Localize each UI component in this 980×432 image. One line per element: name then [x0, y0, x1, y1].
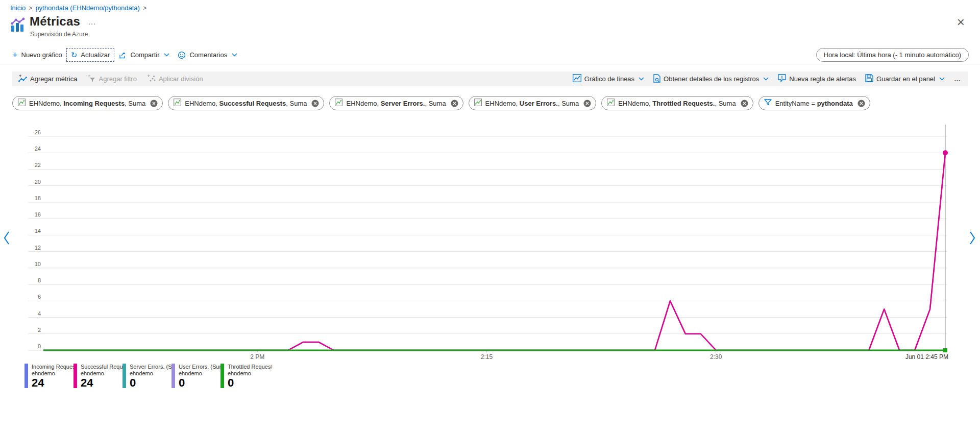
- title-more-button[interactable]: …: [88, 17, 96, 27]
- legend-value: 24: [81, 377, 125, 389]
- breadcrumb-separator: >: [143, 5, 146, 12]
- add-filter-label: Agregar filtro: [99, 75, 136, 83]
- legend-color-bar: [220, 364, 224, 388]
- metric-pill-text: EHNdemo, Incoming Requests, Suma: [29, 100, 145, 107]
- legend-series-name: Throttled Requests. ...: [228, 364, 272, 370]
- breadcrumb-link-inicio[interactable]: Inicio: [10, 4, 26, 12]
- y-axis-label: 14: [35, 228, 41, 234]
- legend-series-name: Successful Requests ...: [81, 364, 125, 370]
- metric-pill[interactable]: EHNdemo, User Errors., Suma: [469, 96, 597, 110]
- save-icon: [865, 74, 873, 84]
- page-subtitle: Supervisión de Azure: [30, 31, 88, 38]
- remove-pill-icon[interactable]: [451, 100, 458, 107]
- y-axis-label: 16: [35, 211, 41, 218]
- add-metric-button[interactable]: Agregar métrica: [18, 75, 77, 84]
- new-alert-rule-label: Nueva regla de alertas: [789, 75, 856, 83]
- apply-split-icon: [147, 75, 156, 84]
- x-axis-label: 2:30: [710, 353, 722, 361]
- y-axis-label: 12: [35, 245, 41, 251]
- legend-value: 0: [130, 377, 174, 389]
- legend-color-bar: [24, 364, 28, 388]
- command-bar: + Nuevo gráfico ↻ Actualizar Compartir C…: [0, 46, 980, 64]
- metric-pill-text: EHNdemo, Server Errors., Suma: [346, 100, 446, 107]
- y-axis-label: 2: [38, 327, 41, 333]
- remove-pill-icon[interactable]: [311, 100, 319, 107]
- legend-item[interactable]: Incoming Requests (S... ehndemo 24: [24, 364, 74, 389]
- metric-pill-text: EHNdemo, User Errors., Suma: [485, 100, 579, 107]
- chart-page-right-chevron[interactable]: [969, 231, 976, 247]
- legend-resource-name: ehndemo: [130, 370, 174, 376]
- pills-row: EHNdemo, Incoming Requests, Suma EHNdemo…: [12, 96, 870, 110]
- filter-pill[interactable]: EntityName = pythondata: [758, 96, 870, 110]
- legend-item[interactable]: Successful Requests ... ehndemo 24: [74, 364, 122, 389]
- legend-item[interactable]: Throttled Requests. ... ehndemo 0: [220, 364, 270, 389]
- x-axis-label: 2 PM: [250, 353, 264, 361]
- time-range-picker[interactable]: Hora local: Última hora (- 1 minuto auto…: [816, 48, 969, 62]
- metrics-toolbar-right: Gráfico de líneas Obtener detalles de lo…: [564, 74, 962, 84]
- metrics-toolbar: Agregar métrica Agregar filtro Aplicar d…: [12, 71, 968, 86]
- metric-pill-icon: [607, 99, 615, 108]
- y-axis-label: 8: [38, 277, 41, 283]
- logs-document-icon: [653, 74, 660, 84]
- breadcrumb-separator: >: [29, 5, 32, 12]
- add-metric-label: Agregar métrica: [30, 75, 77, 83]
- toolbar-more-button[interactable]: …: [954, 75, 962, 83]
- legend-resource-name: ehndemo: [32, 370, 76, 376]
- chart-type-button[interactable]: Gráfico de líneas: [573, 74, 644, 84]
- legend-item[interactable]: Server Errors. (Suma) ehndemo 0: [122, 364, 172, 389]
- chart-page-left-chevron[interactable]: [3, 231, 10, 247]
- legend-series-name: Server Errors. (Suma): [130, 364, 174, 370]
- legend-value: 0: [228, 377, 272, 389]
- y-axis-label: 0: [38, 343, 41, 349]
- metric-pill-icon: [474, 99, 482, 108]
- metric-pill[interactable]: EHNdemo, Successful Requests, Suma: [168, 96, 324, 110]
- apply-split-button[interactable]: Aplicar división: [147, 75, 203, 84]
- page-title: Métricas: [30, 14, 80, 29]
- remove-pill-icon[interactable]: [857, 100, 865, 107]
- metrics-line-chart: 024681012141618202224262 PM2:152:30Jun 0…: [0, 118, 980, 364]
- legend-resource-name: ehndemo: [81, 370, 125, 376]
- metric-pill-text: EHNdemo, Throttled Requests., Suma: [618, 100, 736, 107]
- legend-series-name: Incoming Requests (S...: [32, 364, 76, 370]
- close-icon[interactable]: ×: [957, 15, 965, 29]
- legend-value: 24: [32, 377, 76, 389]
- remove-pill-icon[interactable]: [741, 100, 748, 107]
- legend-series-name: User Errors. (Suma): [179, 364, 223, 370]
- new-chart-button[interactable]: + Nuevo gráfico: [8, 49, 66, 61]
- remove-pill-icon[interactable]: [150, 100, 158, 107]
- metric-pill[interactable]: EHNdemo, Server Errors., Suma: [329, 96, 463, 110]
- y-axis-label: 24: [35, 146, 41, 152]
- save-to-dashboard-label: Guardar en el panel: [876, 75, 935, 83]
- feedback-label: Comentarios: [189, 51, 227, 59]
- legend-color-bar: [122, 364, 126, 388]
- y-axis-label: 22: [35, 162, 41, 168]
- remove-pill-icon[interactable]: [583, 100, 591, 107]
- series-end-dot: [943, 348, 947, 352]
- legend-item[interactable]: User Errors. (Suma) ehndemo 0: [172, 364, 220, 389]
- add-filter-button[interactable]: Agregar filtro: [87, 75, 136, 84]
- metric-pill-icon: [174, 99, 181, 108]
- legend-color-bar: [172, 364, 175, 388]
- y-axis-label: 6: [38, 294, 41, 300]
- refresh-button[interactable]: ↻ Actualizar: [66, 48, 115, 62]
- line-chart-icon: [573, 74, 581, 84]
- feedback-button[interactable]: Comentarios: [174, 49, 241, 62]
- breadcrumb-link-pythondata[interactable]: pythondata (EHNdemo/pythondata): [35, 4, 140, 12]
- new-alert-rule-button[interactable]: Nueva regla de alertas: [778, 74, 856, 84]
- chevron-down-icon: [763, 77, 769, 81]
- x-axis-label: Jun 01 2:45 PM: [905, 353, 948, 361]
- breadcrumb: Inicio > pythondata (EHNdemo/pythondata)…: [10, 4, 146, 12]
- drill-into-logs-button[interactable]: Obtener detalles de los registros: [653, 74, 769, 84]
- share-button[interactable]: Compartir: [114, 49, 174, 62]
- smiley-icon: [178, 51, 186, 59]
- chart-legend: Incoming Requests (S... ehndemo 24 Succe…: [24, 364, 270, 389]
- metric-pill[interactable]: EHNdemo, Incoming Requests, Suma: [12, 96, 163, 110]
- chevron-down-icon: [639, 77, 644, 81]
- filter-pill-text: EntityName = pythondata: [775, 100, 853, 107]
- chevron-down-icon: [232, 53, 237, 57]
- chevron-down-icon: [939, 77, 945, 81]
- alert-bubble-icon: [778, 74, 786, 84]
- legend-color-bar: [74, 364, 77, 388]
- save-to-dashboard-button[interactable]: Guardar en el panel: [865, 74, 945, 84]
- metric-pill[interactable]: EHNdemo, Throttled Requests., Suma: [601, 96, 753, 110]
